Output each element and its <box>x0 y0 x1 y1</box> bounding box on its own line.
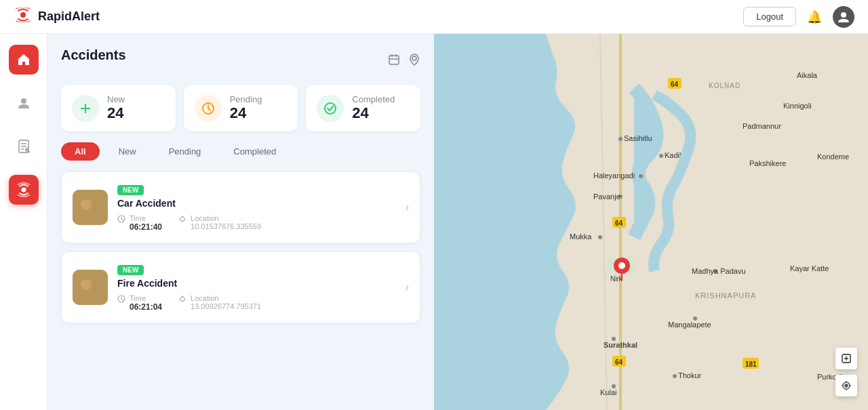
svg-text:Mangalapete: Mangalapete <box>668 321 711 329</box>
incident-meta-2: Time 06:21:04 Location <box>117 294 396 312</box>
svg-point-2 <box>21 98 26 104</box>
svg-point-40 <box>598 235 602 239</box>
svg-text:Nirk: Nirk <box>610 275 623 283</box>
incident-badge-2: NEW <box>117 265 144 275</box>
pending-stat-icon <box>195 95 222 122</box>
location-filter-icon[interactable] <box>408 54 420 68</box>
location-icon-2 <box>178 295 186 305</box>
incident-type-2: Fire Accident <box>117 278 396 289</box>
svg-point-21 <box>92 198 100 206</box>
svg-text:Surathkal: Surathkal <box>604 341 637 349</box>
sidebar <box>0 34 47 410</box>
svg-point-26 <box>92 278 100 286</box>
incident-card-2[interactable]: NEW Fire Accident Time <box>61 251 420 323</box>
svg-text:Kulai: Kulai <box>600 388 616 396</box>
svg-point-72 <box>618 262 625 269</box>
svg-text:Kondeme: Kondeme <box>817 152 849 161</box>
svg-text:Padmannur: Padmannur <box>743 122 781 130</box>
svg-point-25 <box>81 279 92 290</box>
incident-thumbnail-2 <box>73 270 108 305</box>
filter-pending[interactable]: Pending <box>155 142 215 161</box>
svg-text:64: 64 <box>615 358 623 366</box>
stat-card-new: New 24 <box>61 85 176 131</box>
svg-text:KRISHNAPURA: KRISHNAPURA <box>695 291 756 300</box>
new-stat-info: New 24 <box>107 94 125 122</box>
header-right: Logout 🔔 <box>743 6 854 28</box>
time-value-1: 06:21:40 <box>130 222 162 232</box>
svg-text:Haleyangadi: Haleyangadi <box>593 171 635 180</box>
location-label-1: Location <box>191 214 261 222</box>
time-label-2: Time <box>130 294 162 302</box>
panel-header: Accidents <box>61 47 420 74</box>
completed-stat-number: 24 <box>352 104 395 122</box>
incident-card-1[interactable]: NEW Car Accident Time <box>61 171 420 243</box>
map-location[interactable] <box>835 375 857 396</box>
new-stat-label: New <box>107 94 125 104</box>
svg-text:Sasihitlu: Sasihitlu <box>624 134 652 142</box>
incident-info-1: NEW Car Accident Time <box>117 183 396 232</box>
svg-point-20 <box>81 199 92 210</box>
svg-text:Kayar Katte: Kayar Katte <box>790 264 829 272</box>
svg-point-9 <box>21 188 26 192</box>
incident-info-2: NEW Fire Accident Time <box>117 263 396 312</box>
time-meta-1: Time 06:21:40 <box>117 214 162 232</box>
incident-meta-1: Time 06:21:40 Location <box>117 214 396 232</box>
calendar-icon[interactable] <box>388 54 400 68</box>
svg-text:Pavanje: Pavanje <box>593 192 620 201</box>
completed-stat-icon <box>317 95 344 122</box>
logo-text: RapidAlert <box>38 9 100 24</box>
pending-stat-number: 24 <box>230 104 262 122</box>
svg-point-34 <box>659 154 663 158</box>
filter-completed[interactable]: Completed <box>220 142 290 161</box>
map-background: Sasihitlu Kadike Haleyangadi Pavanje Muk… <box>434 34 868 410</box>
incident-thumbnail-1 <box>73 190 108 225</box>
stats-row: New 24 Pending 24 <box>61 85 420 131</box>
map-zoom-in[interactable] <box>835 348 857 369</box>
sidebar-item-users[interactable] <box>9 88 39 118</box>
location-meta-1: Location 10.01537676.335559 <box>178 214 261 232</box>
svg-text:Madhya Padavu: Madhya Padavu <box>692 267 746 275</box>
map-controls <box>835 348 857 396</box>
panel-actions <box>388 54 420 68</box>
svg-rect-16 <box>81 108 90 109</box>
svg-text:Pakshikere: Pakshikere <box>749 159 786 167</box>
sidebar-item-home[interactable] <box>9 45 39 75</box>
filter-all[interactable]: All <box>61 142 100 161</box>
svg-point-51 <box>673 374 677 378</box>
svg-text:181: 181 <box>745 361 757 368</box>
notification-icon[interactable]: 🔔 <box>807 9 822 24</box>
main-layout: Accidents <box>0 34 868 410</box>
svg-text:KOLNAD: KOLNAD <box>709 82 741 89</box>
location-icon-1 <box>178 215 186 225</box>
location-coords-2: 13.00926774.795371 <box>191 302 261 310</box>
panel-title: Accidents <box>61 47 126 63</box>
time-icon-2 <box>117 295 125 305</box>
svg-text:Mukka: Mukka <box>570 232 592 241</box>
incident-badge-1: NEW <box>117 185 144 195</box>
new-stat-number: 24 <box>107 104 125 122</box>
svg-text:Aikala: Aikala <box>797 71 818 79</box>
avatar[interactable] <box>833 6 854 28</box>
location-meta-2: Location 13.00926774.795371 <box>178 294 261 312</box>
chevron-icon-2: › <box>406 281 409 293</box>
pending-stat-label: Pending <box>230 94 262 104</box>
time-meta-2: Time 06:21:04 <box>117 294 162 312</box>
logout-button[interactable]: Logout <box>743 7 796 26</box>
time-icon-1 <box>117 215 125 225</box>
new-stat-icon <box>72 95 99 122</box>
svg-point-77 <box>845 384 848 387</box>
header: RapidAlert Logout 🔔 <box>0 0 868 34</box>
sidebar-item-alert[interactable] <box>9 175 39 205</box>
svg-text:Thokur: Thokur <box>678 371 702 380</box>
svg-point-0 <box>20 12 26 18</box>
pending-stat-info: Pending 24 <box>230 94 262 122</box>
filter-new[interactable]: New <box>105 142 150 161</box>
svg-text:Kinnigoli: Kinnigoli <box>783 102 812 110</box>
logo-icon <box>14 7 33 26</box>
sidebar-item-reports[interactable] <box>9 131 39 161</box>
completed-stat-info: Completed 24 <box>352 94 395 122</box>
time-value-2: 06:21:04 <box>130 302 162 312</box>
svg-point-36 <box>639 174 643 178</box>
svg-marker-23 <box>180 216 185 222</box>
location-label-2: Location <box>191 294 261 302</box>
